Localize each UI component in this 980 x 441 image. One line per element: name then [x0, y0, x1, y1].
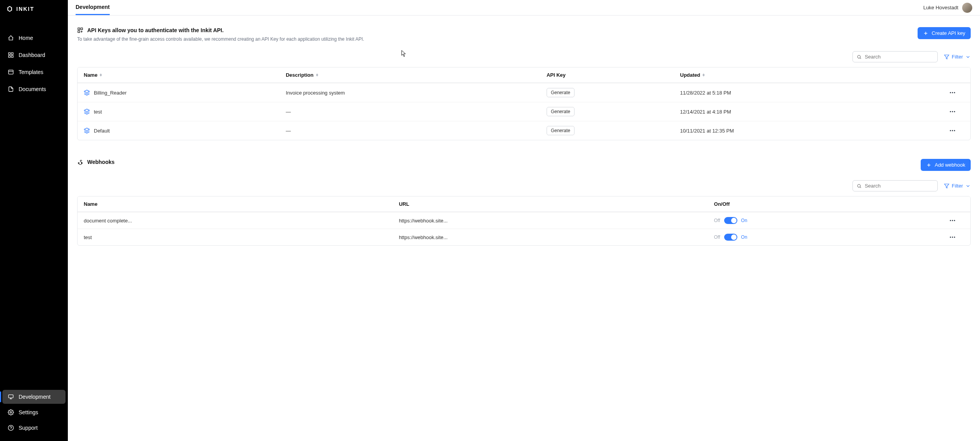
toggle-switch[interactable]: [724, 234, 737, 241]
more-button[interactable]: [941, 127, 964, 134]
row-name: test: [94, 109, 102, 115]
filter-label: Filter: [952, 183, 963, 189]
toggle-off-label: Off: [714, 218, 720, 223]
svg-point-23: [954, 92, 955, 93]
svg-point-25: [950, 111, 951, 112]
more-icon: [949, 127, 956, 134]
search-input[interactable]: [865, 183, 933, 189]
plus-icon: [923, 31, 928, 36]
user-name: Luke Hovestadt: [923, 5, 958, 10]
svg-rect-13: [81, 28, 83, 30]
toggle-on-label: On: [741, 218, 747, 223]
col-name[interactable]: Name: [84, 72, 280, 78]
svg-point-36: [858, 184, 860, 187]
svg-point-27: [954, 111, 955, 112]
toggle-off-label: Off: [714, 234, 720, 240]
add-webhook-label: Add webhook: [935, 162, 965, 168]
table-row: test — Generate 12/14/2021 at 4:18 PM: [78, 102, 970, 121]
more-button[interactable]: [941, 108, 964, 115]
svg-point-29: [950, 130, 951, 131]
api-keys-title: API Keys allow you to authenticate with …: [87, 27, 224, 33]
svg-point-40: [952, 220, 953, 221]
svg-rect-3: [11, 55, 13, 57]
webhooks-search[interactable]: [852, 180, 938, 191]
more-button[interactable]: [941, 234, 964, 241]
svg-marker-28: [84, 128, 89, 131]
user-menu[interactable]: Luke Hovestadt: [923, 3, 972, 13]
svg-point-41: [954, 220, 955, 221]
toggle-switch[interactable]: [724, 217, 737, 224]
svg-point-22: [952, 92, 953, 93]
svg-point-30: [952, 130, 953, 131]
create-api-key-button[interactable]: Create API key: [918, 27, 971, 39]
svg-rect-2: [9, 55, 10, 57]
col-name: Name: [84, 201, 393, 207]
row-updated: 11/28/2022 at 5:18 PM: [680, 90, 935, 96]
sidebar-item-development[interactable]: Development: [2, 390, 66, 404]
sidebar-item-support[interactable]: Support: [2, 421, 66, 435]
search-input[interactable]: [865, 54, 933, 60]
filter-icon: [944, 183, 949, 189]
sidebar: INKIT Home Dashboard Templates Documents…: [0, 0, 68, 441]
sidebar-item-label: Documents: [19, 86, 46, 92]
col-description[interactable]: Description: [286, 72, 540, 78]
more-icon: [949, 234, 956, 241]
sidebar-item-documents[interactable]: Documents: [2, 82, 66, 96]
table-row: Billing_Reader Invoice processing system…: [78, 83, 970, 102]
svg-point-21: [950, 92, 951, 93]
sort-icon: [316, 74, 318, 76]
svg-rect-4: [9, 70, 13, 74]
row-description: Invoice processing system: [286, 90, 540, 96]
sidebar-item-label: Home: [19, 35, 33, 41]
tab-development[interactable]: Development: [76, 0, 110, 15]
svg-marker-20: [84, 90, 89, 93]
svg-point-43: [952, 237, 953, 238]
table-row: Default — Generate 10/11/2021 at 12:35 P…: [78, 121, 970, 140]
svg-point-44: [954, 237, 955, 238]
generate-button[interactable]: Generate: [547, 88, 575, 97]
generate-button[interactable]: Generate: [547, 107, 575, 116]
row-description: —: [286, 128, 540, 134]
support-icon: [8, 425, 14, 431]
svg-rect-14: [78, 31, 80, 33]
svg-line-37: [860, 187, 861, 188]
sidebar-item-home[interactable]: Home: [2, 31, 66, 45]
generate-button[interactable]: Generate: [547, 126, 575, 135]
templates-icon: [8, 69, 14, 75]
more-icon: [949, 108, 956, 115]
col-updated[interactable]: Updated: [680, 72, 935, 78]
svg-rect-12: [78, 28, 80, 30]
col-onoff: On/Off: [714, 201, 935, 207]
svg-marker-24: [84, 109, 89, 112]
avatar: [962, 3, 972, 13]
webhooks-section: Webhooks Add webhook Filter: [77, 159, 971, 246]
brand-logo[interactable]: INKIT: [0, 0, 68, 18]
sidebar-item-templates[interactable]: Templates: [2, 65, 66, 79]
more-button[interactable]: [941, 89, 964, 96]
sidebar-item-dashboard[interactable]: Dashboard: [2, 48, 66, 62]
inkit-logo-icon: [6, 5, 13, 12]
svg-point-31: [954, 130, 955, 131]
svg-marker-38: [944, 184, 949, 188]
col-apikey: API Key: [547, 72, 674, 78]
api-keys-search[interactable]: [852, 51, 938, 62]
svg-point-39: [950, 220, 951, 221]
add-webhook-button[interactable]: Add webhook: [921, 159, 971, 171]
row-name: Billing_Reader: [94, 90, 127, 96]
topbar: Development Luke Hovestadt: [68, 0, 980, 16]
sidebar-item-label: Dashboard: [19, 52, 45, 58]
webhooks-filter-button[interactable]: Filter: [944, 183, 971, 189]
row-name: Default: [94, 128, 110, 134]
create-api-key-label: Create API key: [932, 30, 965, 36]
chevron-down-icon: [965, 183, 971, 189]
row-name: test: [84, 234, 393, 240]
toggle-on-label: On: [741, 234, 747, 240]
api-keys-filter-button[interactable]: Filter: [944, 54, 971, 60]
api-keys-section: API Keys allow you to authenticate with …: [77, 27, 971, 140]
more-button[interactable]: [941, 217, 964, 224]
sidebar-item-label: Support: [19, 425, 38, 431]
search-icon: [857, 183, 862, 189]
svg-rect-6: [9, 395, 13, 398]
sidebar-item-settings[interactable]: Settings: [2, 405, 66, 419]
sort-icon: [702, 74, 705, 76]
